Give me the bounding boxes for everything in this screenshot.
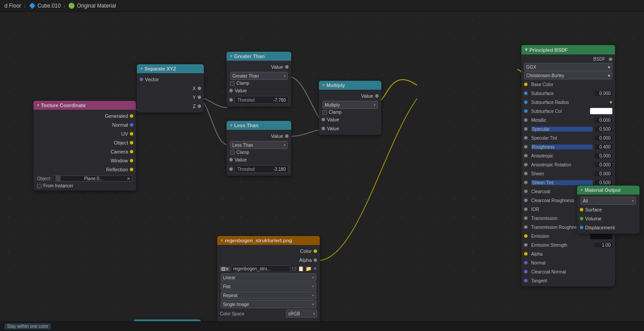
multiply-header[interactable]: ▾ Multiply (319, 81, 381, 90)
material-output-header[interactable]: ▾ Material Output (577, 186, 640, 194)
socket-lt-thresh: Threshol -3.180 (227, 164, 291, 174)
separate-xyz-header[interactable]: ▾ Separate XYZ (137, 64, 204, 73)
close-icon[interactable]: ✕ (127, 176, 130, 181)
linear-dd-arrow: ▾ (312, 276, 314, 280)
greater-than-title: Greater Than (234, 54, 264, 59)
socket-x-dot (198, 87, 201, 90)
bsdf-header[interactable]: ▾ Principled BSDF (521, 45, 615, 54)
bsdf-tangent-row: Tangent (521, 276, 615, 285)
socket-vector-in: Vector (137, 75, 204, 84)
lt-mode-dropdown[interactable]: Less Than ▾ (230, 141, 288, 149)
texture-coordinate-header[interactable]: ▾ Texture Coordinate (33, 101, 136, 110)
lt-threshold-field[interactable]: Threshol -3.180 (235, 165, 289, 173)
bsdf-metallic-row: Metallic 0.000 (521, 116, 615, 124)
collapse-icon-4: ▾ (230, 123, 232, 128)
socket-object: Object (33, 138, 136, 147)
gt-threshold-field[interactable]: Threshol -7.780 (235, 96, 289, 104)
color-space-dropdown[interactable]: sRGB ▾ (286, 310, 317, 318)
repeat-row: Repeat ▾ (217, 291, 320, 300)
from-instancer-checkbox[interactable] (37, 184, 41, 188)
flat-dd-arrow: ▾ (312, 285, 314, 289)
emission-swatch[interactable] (590, 233, 612, 239)
lt-clamp-row: Clamp (227, 149, 291, 155)
collapse-icon: ▾ (37, 103, 39, 108)
less-than-node[interactable]: ▾ Less Than Value Less Than ▾ Clamp Valu… (227, 121, 291, 176)
statusbar: Stay within one color (0, 321, 644, 331)
less-than-header[interactable]: ▾ Less Than (227, 121, 291, 130)
mo-dd-arrow: ▾ (632, 199, 634, 203)
separate-xyz-node[interactable]: ▾ Separate XYZ Vector X Y Z (137, 64, 204, 112)
gt-clamp-checkbox[interactable] (230, 81, 235, 86)
socket-gt-out-dot (285, 65, 289, 69)
socket-normal: Normal (33, 120, 136, 129)
dd-arrow: ▾ (284, 74, 285, 78)
socket-object-dot (130, 141, 133, 145)
less-than-body: Value Less Than ▾ Clamp Value Thres (227, 130, 291, 176)
socket-reflection-dot (130, 168, 133, 171)
bsdf-distribution-dropdown[interactable]: GGX ▾ (524, 63, 612, 71)
bsdf-collapse-icon: ▾ (525, 47, 528, 53)
socket-mult-val2-dot (322, 127, 325, 130)
single-image-dropdown[interactable]: Single Image ▾ (221, 300, 316, 308)
bsdf-alpha-row: Alpha (521, 249, 615, 258)
sub-col-swatch[interactable] (590, 108, 612, 114)
mo-dropdown[interactable]: All ▾ (581, 197, 636, 205)
texture-coordinate-node[interactable]: ▾ Texture Coordinate Generated Normal UV… (33, 101, 136, 190)
socket-color-out-dot (314, 249, 317, 253)
mult-mode-dropdown[interactable]: Multiply ▾ (322, 101, 378, 109)
multiply-body: Value Multiply ▾ Clamp Value Value (319, 90, 381, 135)
bsdf-subsurface-method-dropdown[interactable]: Christensen-Burley ▾ (524, 71, 612, 79)
file-icon1[interactable]: 🛡 (292, 266, 297, 272)
file-icon2[interactable]: 📋 (298, 266, 304, 272)
greater-than-header[interactable]: ▾ Greater Than (227, 52, 291, 61)
lt-mode-row: Less Than ▾ (227, 141, 291, 149)
bsdf-dist-arrow: ▾ (608, 65, 610, 70)
sep1: › (24, 2, 26, 9)
principled-bsdf-node[interactable]: ▾ Principled BSDF BSDF GGX ▾ Christensen… (521, 45, 615, 286)
single-image-row: Single Image ▾ (217, 300, 320, 309)
repeat-dd-arrow: ▾ (312, 294, 314, 298)
file-type-icon: 🖼▾ (220, 267, 230, 271)
socket-anisotropic (524, 154, 528, 157)
multiply-title: Multiply (326, 83, 345, 88)
socket-lt-out-dot (285, 134, 289, 138)
bsdf-normal-row: Normal (521, 258, 615, 267)
filename-field[interactable]: regenbogen_stru... (231, 265, 290, 272)
socket-tangent (524, 279, 528, 282)
linear-dropdown[interactable]: Linear ▾ (221, 273, 316, 281)
socket-sheen-tint (524, 181, 528, 184)
material-icon: 🟢 (68, 2, 75, 9)
greater-than-node[interactable]: ▾ Greater Than Value Greater Than ▾ Clam… (227, 52, 291, 107)
file-icon3[interactable]: 📁 (305, 266, 312, 272)
bsdf-subsurface-col-row: Subsurface Col (521, 107, 615, 116)
multiply-node[interactable]: ▾ Multiply Value Multiply ▾ Clamp Value (319, 81, 381, 135)
single-image-dd-arrow: ▾ (312, 302, 314, 306)
socket-lt-thresh-dot (229, 167, 233, 171)
mult-clamp-checkbox[interactable] (322, 110, 327, 115)
collapse-icon-6: ▾ (221, 238, 223, 243)
sep2: › (63, 2, 66, 9)
socket-sheen (524, 172, 528, 175)
separate-xyz-body: Vector X Y Z (137, 73, 204, 112)
stay-badge: Stay within one color (4, 323, 51, 329)
lt-clamp-checkbox[interactable] (230, 150, 235, 155)
mult-mode-row: Multiply ▾ (319, 100, 381, 109)
node-editor-canvas[interactable]: ▾ Texture Coordinate Generated Normal UV… (0, 12, 644, 331)
bsdf-roughness-row: Roughness 0.400 (521, 142, 615, 151)
mult-dd-arrow: ▾ (374, 103, 376, 107)
material-output-node[interactable]: ▾ Material Output All ▾ Surface Volume D… (577, 186, 640, 234)
gt-mode-dropdown[interactable]: Greater Than ▾ (230, 72, 288, 80)
socket-z: Z (137, 102, 204, 111)
texture-coordinate-body: Generated Normal UV Object Camera Window (33, 110, 136, 190)
object-value-field[interactable]: Plane.0... ✕ (53, 175, 132, 182)
image-texture-node[interactable]: ▾ regenbogen_strukturiert.png Color Alph… (217, 236, 320, 329)
material-output-body: All ▾ Surface Volume Displacement (577, 194, 640, 234)
socket-y-dot (198, 95, 201, 99)
close-file-icon[interactable]: ✕ (313, 266, 317, 272)
repeat-dropdown[interactable]: Repeat ▾ (221, 291, 316, 299)
breadcrumb-cube: 🔷 Cube.010 (29, 2, 61, 9)
socket-y: Y (137, 93, 204, 102)
image-texture-header[interactable]: ▾ regenbogen_strukturiert.png (217, 236, 320, 245)
flat-dropdown[interactable]: Flat ▾ (221, 282, 316, 290)
bsdf-title: Principled BSDF (529, 47, 568, 53)
